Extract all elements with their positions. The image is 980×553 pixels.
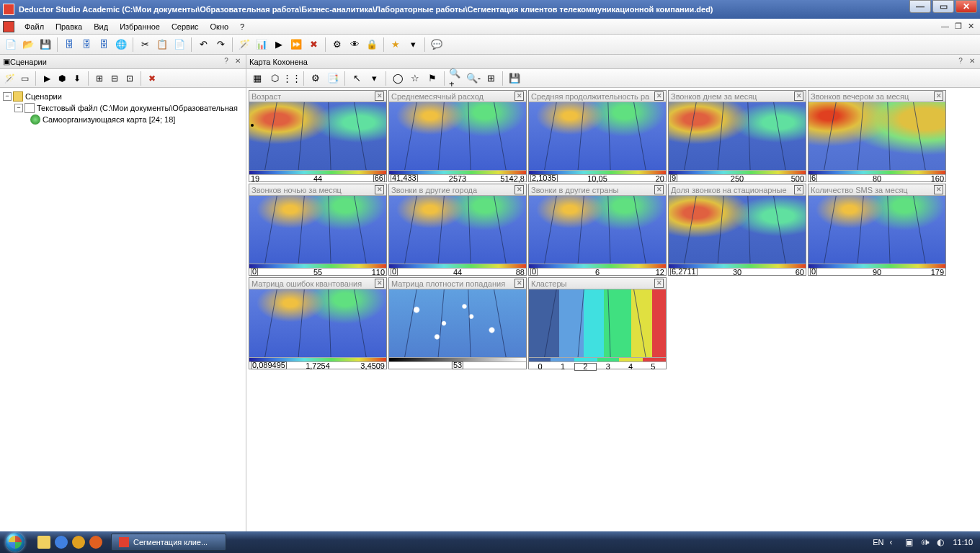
mt-grid-icon[interactable]: ▦: [249, 71, 265, 86]
map-heatmap[interactable]: [389, 102, 526, 170]
map-heatmap[interactable]: [249, 289, 386, 357]
st-tree1-icon[interactable]: ⊞: [93, 72, 106, 85]
mdi-close-icon[interactable]: ✕: [965, 22, 977, 31]
map-cell[interactable]: Среднемесячный расход ✕ 41,43325735142,8: [388, 90, 527, 182]
st-cube-icon[interactable]: ⬢: [55, 72, 68, 85]
mt-fit-icon[interactable]: ⊞: [483, 71, 499, 86]
paste-icon[interactable]: 📄: [172, 37, 187, 53]
scenario-tree[interactable]: − Сценарии − Текстовый файл (С:\Мои доку…: [0, 88, 246, 531]
map-close-icon[interactable]: ✕: [375, 279, 384, 288]
menu-favorites[interactable]: Избранное: [114, 21, 166, 32]
mt-pointer-icon[interactable]: ↖: [349, 71, 365, 86]
wizard-icon[interactable]: 🪄: [236, 37, 252, 53]
mt-star-icon[interactable]: ☆: [407, 71, 423, 86]
st-view-icon[interactable]: ▭: [18, 72, 31, 85]
db1-icon[interactable]: 🗄: [61, 37, 77, 53]
map-close-icon[interactable]: ✕: [514, 91, 524, 101]
redo-icon[interactable]: ↷: [213, 37, 228, 53]
menu-help[interactable]: ?: [234, 21, 250, 32]
start-button[interactable]: [0, 531, 30, 553]
map-heatmap[interactable]: [249, 102, 386, 170]
run2-icon[interactable]: ⏩: [288, 37, 304, 53]
panel-close-icon[interactable]: ✕: [233, 57, 243, 67]
tree-file-node[interactable]: − Текстовый файл (С:\Мои документы\Образ…: [14, 102, 243, 114]
tree-root[interactable]: − Сценарии: [3, 91, 243, 102]
fav-dropdown-icon[interactable]: ▾: [405, 37, 421, 53]
mt-layers-icon[interactable]: 📑: [325, 71, 341, 86]
menu-window[interactable]: Окно: [205, 21, 235, 32]
map-cell[interactable]: Звонков ночью за месяц ✕ 055110: [249, 184, 387, 276]
tray-arrow-icon[interactable]: ‹: [889, 537, 899, 547]
menu-edit[interactable]: Правка: [50, 21, 88, 32]
map-cell[interactable]: Звонки в другие страны ✕ 0612: [528, 184, 667, 276]
map-close-icon[interactable]: ✕: [794, 91, 803, 101]
map-cell[interactable]: Звонки в другие города ✕ 04488: [388, 184, 527, 276]
mt-settings-icon[interactable]: ⚙: [308, 71, 324, 86]
map-cell[interactable]: Матрица плотности попадания ✕ 53: [388, 277, 527, 369]
tray-volume-icon[interactable]: 🕪: [921, 537, 931, 547]
kohonen-help-icon[interactable]: ?: [956, 57, 966, 67]
st-run-icon[interactable]: ▶: [40, 72, 53, 85]
ql-app1-icon[interactable]: [72, 536, 85, 549]
map-heatmap[interactable]: [669, 196, 806, 264]
minimize-button[interactable]: —: [909, 0, 931, 13]
cut-icon[interactable]: ✂: [137, 37, 153, 53]
lock-icon[interactable]: 🔒: [364, 37, 380, 53]
map-heatmap[interactable]: [808, 102, 945, 170]
globe-icon[interactable]: 🌐: [113, 37, 129, 53]
map-cell[interactable]: Звонков днем за месяц ✕ 9250500: [668, 90, 806, 182]
tray-clock[interactable]: 11:10: [953, 538, 973, 547]
map-grid-area[interactable]: Возраст ✕ 194466 Среднемесячный расход ✕…: [246, 88, 980, 531]
map-cell[interactable]: Матрица ошибок квантования ✕ 0,0894951,7…: [249, 277, 387, 369]
mt-export-icon[interactable]: 💾: [507, 71, 522, 86]
copy-icon[interactable]: 📋: [154, 37, 170, 53]
map-heatmap[interactable]: [529, 196, 666, 264]
tree-som-node[interactable]: Самоорганизующаяся карта [24; 18]: [30, 114, 243, 125]
map-close-icon[interactable]: ✕: [934, 91, 943, 101]
menu-view[interactable]: Вид: [88, 21, 114, 32]
map-cell[interactable]: Звонков вечером за месяц ✕ 680160: [808, 90, 946, 182]
mt-zoomout-icon[interactable]: 🔍-: [466, 71, 481, 86]
mdi-restore-icon[interactable]: ❐: [952, 22, 965, 31]
kohonen-close-icon[interactable]: ✕: [967, 57, 977, 67]
map-heatmap[interactable]: [529, 289, 666, 357]
menu-service[interactable]: Сервис: [166, 21, 205, 32]
map-heatmap[interactable]: [808, 196, 945, 264]
mt-hex-icon[interactable]: ⬡: [267, 71, 282, 86]
map-heatmap[interactable]: [669, 102, 806, 170]
map-cell[interactable]: Доля звонков на стационарные ✕ 6,2711306…: [668, 184, 806, 276]
map-close-icon[interactable]: ✕: [794, 185, 803, 194]
map-close-icon[interactable]: ✕: [654, 185, 664, 194]
delete-icon[interactable]: ✖: [306, 37, 321, 53]
chart-icon[interactable]: 📊: [254, 37, 270, 53]
map-heatmap[interactable]: [529, 102, 666, 170]
tray-network-icon[interactable]: ▣: [905, 537, 915, 547]
map-heatmap[interactable]: [249, 196, 386, 264]
map-heatmap[interactable]: [389, 289, 526, 357]
mt-zoomin-icon[interactable]: 🔍+: [448, 71, 464, 86]
favorite-icon[interactable]: ★: [388, 37, 404, 53]
undo-icon[interactable]: ↶: [195, 37, 211, 53]
tray-shield-icon[interactable]: ◐: [937, 537, 947, 547]
new-icon[interactable]: 📄: [3, 37, 19, 53]
taskbar-app-button[interactable]: Сегментация клие...: [111, 534, 226, 551]
run-icon[interactable]: ▶: [271, 37, 287, 53]
maximize-button[interactable]: ▭: [932, 0, 954, 13]
db2-icon[interactable]: 🗄: [79, 37, 94, 53]
map-close-icon[interactable]: ✕: [654, 91, 664, 101]
map-heatmap[interactable]: [389, 196, 526, 264]
ql-explorer-icon[interactable]: [37, 536, 50, 549]
map-close-icon[interactable]: ✕: [654, 279, 664, 288]
mt-flag-icon[interactable]: ⚑: [424, 71, 440, 86]
mt-lasso-icon[interactable]: ◯: [390, 71, 406, 86]
st-tree2-icon[interactable]: ⊟: [108, 72, 121, 85]
st-tree3-icon[interactable]: ⊡: [123, 72, 136, 85]
map-cell[interactable]: Возраст ✕ 194466: [249, 90, 387, 182]
mdi-minimize-icon[interactable]: —: [938, 22, 952, 31]
map-cell[interactable]: Количество SMS за месяц ✕ 090179: [808, 184, 946, 276]
close-button[interactable]: ✕: [956, 0, 977, 13]
map-close-icon[interactable]: ✕: [375, 91, 384, 101]
mt-label-icon[interactable]: ⋮⋮: [284, 71, 300, 86]
st-wizard-icon[interactable]: 🪄: [3, 72, 16, 85]
panel-help-icon[interactable]: ?: [221, 57, 231, 67]
